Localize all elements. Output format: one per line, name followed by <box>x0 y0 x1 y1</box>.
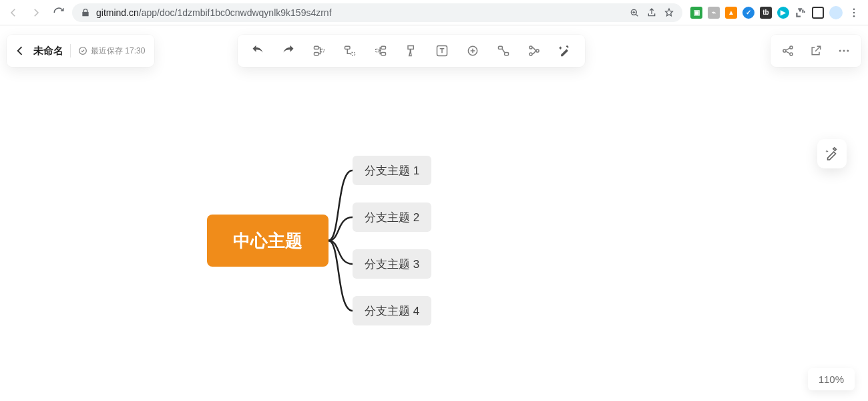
summary-button[interactable] <box>526 43 542 59</box>
svg-rect-15 <box>499 46 503 49</box>
svg-rect-7 <box>321 49 324 52</box>
editing-toolbar <box>238 35 585 67</box>
connector-lines <box>329 156 353 325</box>
ai-magic-button[interactable] <box>557 43 573 59</box>
svg-point-25 <box>847 50 849 52</box>
extension-icon[interactable]: ✓ <box>742 7 754 19</box>
format-painter-button[interactable] <box>403 43 419 59</box>
more-menu-button[interactable] <box>836 43 852 59</box>
svg-point-3 <box>853 15 855 17</box>
branch-topic-node[interactable]: 分支主题 4 <box>353 296 431 325</box>
extension-icon[interactable]: ▶ <box>777 7 789 19</box>
doc-title[interactable]: 未命名 <box>33 45 63 57</box>
profile-avatar[interactable] <box>829 6 843 19</box>
svg-rect-6 <box>314 53 319 55</box>
svg-point-17 <box>529 46 532 49</box>
share-button[interactable] <box>780 43 796 59</box>
insert-child-button[interactable] <box>342 43 358 59</box>
browser-menu-icon[interactable] <box>848 7 860 19</box>
doc-info-toolbar: 未命名 最近保存 17:30 <box>7 35 154 67</box>
svg-rect-11 <box>381 53 386 55</box>
svg-point-2 <box>853 11 855 13</box>
url-text: gitmind.cn/app/doc/1dzmbif1bc0cnwdwqynlk… <box>96 7 332 18</box>
svg-point-24 <box>843 50 845 52</box>
ai-assistant-fab[interactable] <box>817 139 847 168</box>
central-topic-node[interactable]: 中心主题 <box>207 215 329 267</box>
branch-topic-node[interactable]: 分支主题 2 <box>353 203 431 232</box>
zoom-indicator-icon[interactable] <box>629 7 640 18</box>
lock-icon <box>80 7 91 18</box>
svg-rect-9 <box>351 53 355 55</box>
branch-topic-node[interactable]: 分支主题 1 <box>353 156 431 185</box>
relation-line-button[interactable] <box>495 43 511 59</box>
svg-rect-8 <box>345 46 351 49</box>
mindmap: 中心主题 分支主题 1 分支主题 2 分支主题 3 分支主题 4 <box>207 156 461 356</box>
svg-point-23 <box>839 50 841 52</box>
canvas[interactable]: 未命名 最近保存 17:30 <box>0 25 868 401</box>
browser-toolbar: gitmind.cn/app/doc/1dzmbif1bc0cnwdwqynlk… <box>0 0 868 25</box>
extension-icon[interactable]: tb <box>760 7 772 19</box>
undo-button[interactable] <box>250 43 266 59</box>
nav-forward-button[interactable] <box>27 3 45 22</box>
share-url-icon[interactable] <box>646 7 657 18</box>
zoom-level[interactable]: 110% <box>808 368 855 390</box>
svg-rect-10 <box>381 46 386 49</box>
svg-rect-12 <box>376 49 379 52</box>
redo-button[interactable] <box>280 43 296 59</box>
open-external-button[interactable] <box>808 43 824 59</box>
svg-rect-5 <box>314 46 319 49</box>
extension-icon[interactable]: ⌁ <box>708 7 720 19</box>
divider <box>70 44 71 57</box>
address-bar[interactable]: gitmind.cn/app/doc/1dzmbif1bc0cnwdwqynlk… <box>72 3 682 22</box>
branch-topic-node[interactable]: 分支主题 3 <box>353 249 431 279</box>
insert-sibling-button[interactable] <box>311 43 327 59</box>
bookmark-star-icon[interactable] <box>664 7 674 18</box>
extensions-tray: ▣ ⌁ ▲ ✓ tb ▶ <box>686 6 864 19</box>
extensions-menu-icon[interactable] <box>795 7 807 19</box>
text-tool-button[interactable] <box>434 43 450 59</box>
nav-reload-button[interactable] <box>49 3 68 22</box>
svg-rect-16 <box>505 53 509 55</box>
add-node-button[interactable] <box>465 43 481 59</box>
back-button[interactable] <box>13 44 27 57</box>
nav-back-button[interactable] <box>4 3 23 22</box>
svg-point-1 <box>853 8 855 9</box>
insert-parent-button[interactable] <box>373 43 389 59</box>
extension-icon[interactable]: ▣ <box>690 7 702 19</box>
svg-point-18 <box>529 53 532 55</box>
share-toolbar <box>771 35 861 67</box>
svg-point-19 <box>536 49 539 52</box>
panel-toggle-icon[interactable] <box>812 7 824 19</box>
extension-icon[interactable]: ▲ <box>725 7 737 19</box>
save-status: 最近保存 17:30 <box>77 45 145 57</box>
